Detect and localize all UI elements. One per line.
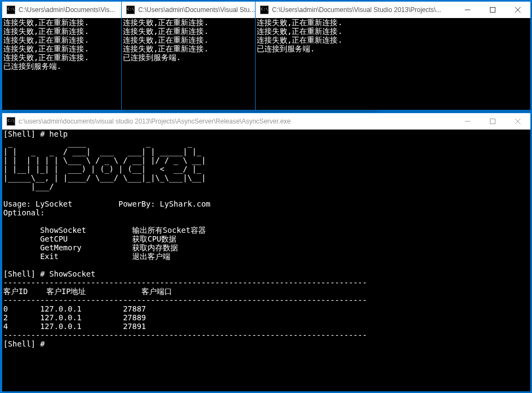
console-output[interactable]: 连接失败,正在重新连接. 连接失败,正在重新连接. 连接失败,正在重新连接. 已…	[256, 18, 530, 110]
minimize-icon	[465, 7, 470, 13]
console-icon	[7, 117, 15, 126]
titlebar[interactable]: c:\users\admin\documents\visual studio 2…	[2, 113, 530, 130]
close-icon	[515, 119, 521, 124]
titlebar[interactable]: C:\Users\admin\Documents\Visual Studio 2…	[256, 2, 530, 18]
maximize-button[interactable]	[480, 113, 505, 130]
svg-rect-5	[490, 119, 495, 124]
server-window: c:\users\admin\documents\visual studio 2…	[2, 113, 531, 392]
window-buttons	[455, 113, 530, 130]
maximize-icon	[490, 7, 495, 13]
window-title: C:\Users\admin\Documents\Visual Studio 2…	[272, 6, 455, 14]
console-output[interactable]: [Shell] # help _ ____ _ _ | | _ _ / ___|…	[2, 130, 530, 391]
maximize-button[interactable]	[480, 2, 505, 18]
close-icon	[515, 7, 521, 13]
client-window-3: C:\Users\admin\Documents\Visual Studio 2…	[255, 1, 531, 110]
close-button[interactable]	[505, 2, 530, 18]
minimize-button[interactable]	[455, 113, 480, 130]
window-buttons	[455, 2, 530, 18]
close-button[interactable]	[505, 113, 530, 130]
console-icon	[7, 5, 15, 14]
console-icon	[126, 5, 135, 14]
svg-rect-1	[490, 8, 495, 13]
minimize-icon	[465, 119, 470, 124]
minimize-button[interactable]	[455, 2, 480, 18]
window-title: c:\users\admin\documents\visual studio 2…	[19, 118, 455, 125]
console-icon	[260, 5, 269, 14]
maximize-icon	[490, 119, 495, 124]
